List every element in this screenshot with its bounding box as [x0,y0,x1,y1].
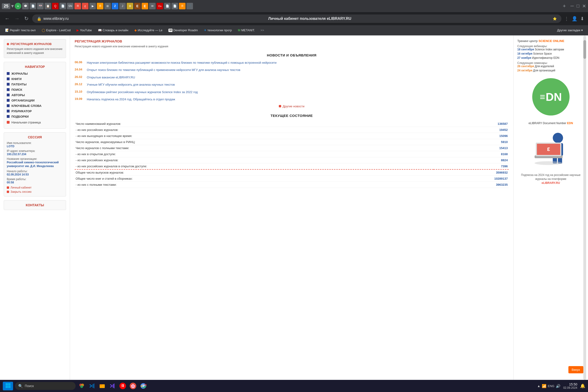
bookmark-youtube[interactable]: ▶ YouTube [74,28,94,33]
news-text-2[interactable]: Открытые вакансии eLIBRARY.RU [87,75,135,80]
close-button[interactable]: ✕ [582,3,586,9]
reload-button[interactable]: ↻ [23,15,30,23]
news-text-3[interactable]: Ученые МГУ обучили нейросеть для анализа… [87,82,175,87]
session-title: СЕССИЯ [7,135,63,139]
nav-organizations[interactable]: ОРГАНИЗАЦИИ [7,98,63,103]
tab-icon-sn[interactable]: SN [67,3,74,9]
tab-icon-8[interactable]: ⊞ [104,3,111,9]
tab-icon-4[interactable]: 🎌 [37,3,44,9]
scrollbar-thumb[interactable] [583,40,586,59]
taskbar-time-display: 15:50 [563,382,577,386]
tab-add-button[interactable]: + [561,3,568,9]
subscription-illustration: ε [528,128,574,170]
tab-icon-12[interactable]: 🎵 [186,3,193,9]
close-session-link[interactable]: Закрыть сессию [7,190,63,194]
nav-authors[interactable]: АВТОРЫ [7,92,63,98]
extensions-button[interactable]: ⋮ [564,16,569,22]
bookmark-dictionary[interactable]: 📖 Словарь и онлайн [96,28,131,33]
tab-icon-outlook[interactable]: Ou [156,3,163,9]
start-button[interactable] [3,382,13,390]
maximize-button[interactable]: □ [576,3,579,9]
taskbar-icon-chrome[interactable] [139,382,148,390]
tab-icon-7[interactable]: ▶ [89,3,96,9]
tab-icon-e2[interactable]: E [134,3,141,9]
tab-icon-9[interactable]: ⚙ [127,3,133,9]
subscription-link[interactable]: eLIBRARY.RU [542,181,560,184]
state-table: Число наименований журналов: 136587 - из… [75,121,509,188]
svg-point-15 [80,385,83,388]
tab-icon-ya3[interactable]: Я [179,3,186,9]
search-icon: 🔍 [18,384,23,388]
tab-icon-q[interactable]: Q [52,3,58,9]
taskbar-icon-explorer[interactable] [98,382,106,390]
bookmark-leetcode[interactable]: ◯ Explore - LeetCod [40,28,73,33]
chrome-icon [140,383,146,389]
tray-arrow[interactable]: ▲ [537,384,540,388]
bookmark-explore[interactable]: ◆ Исследуйте — Le [132,28,165,33]
nav-books[interactable]: КНИГИ [7,76,63,82]
news-text-0[interactable]: Научная электронная библиотека расширяет… [87,60,276,65]
scroll-up-button[interactable]: Вверх [568,366,583,373]
state-value-7: 7396 [434,163,509,170]
tab-icon-mail[interactable]: ✉ [149,3,156,9]
nav-keywords[interactable]: КЛЮЧЕВЫЕ СЛОВА [7,103,63,108]
news-date-1: 24.04 [75,68,84,72]
forward-button[interactable]: → [14,15,20,23]
taskbar-icon-vscode[interactable] [88,382,96,390]
tab-icon-5[interactable]: 📋 [44,3,51,9]
more-news-link[interactable]: Другие новости [75,104,509,108]
taskbar-search[interactable]: 🔍 Поиск [15,382,76,390]
tab-icon-e3[interactable]: E [142,3,148,9]
bookmark-metanit[interactable]: M METANIT. [236,28,257,33]
personal-cabinet-link[interactable]: Личный кабинет [7,186,63,189]
username-value[interactable]: LOTD [7,145,63,148]
minimize-button[interactable]: ─ [570,3,574,9]
nav-square-orgs [7,99,10,102]
page-title-display: Личный кабинет пользователя eLIBRARY.RU [68,16,551,21]
taskbar-icon-yandex[interactable]: Я [118,382,127,390]
nav-rubricator[interactable]: РУБРИКАТОР [7,108,63,114]
tab-icon-2[interactable]: 💬 [22,3,29,9]
bookmark-tech[interactable]: ✈ технологии прогр [202,28,234,33]
tab-dropdown-icon[interactable]: ▾ [11,3,14,9]
bookmarks-more-button[interactable]: >> [259,28,266,32]
nav-journals[interactable]: ЖУРНАЛЫ [7,71,63,76]
news-text-1[interactable]: Открыт поиск близких по тематике публика… [87,68,240,72]
scrollbar[interactable] [583,36,586,380]
other-bookmarks-button[interactable]: Другие закладки ▾ [555,28,585,33]
nav-home[interactable]: Начальная страница [7,119,63,126]
current-state-section: ТЕКУЩЕЕ СОСТОЯНИЕ Число наименований жур… [75,114,509,188]
tab-icon-11[interactable]: 📄 [172,3,178,9]
tab-icon-ya2[interactable]: Я [97,3,103,9]
address-actions: ⋮ 👤 ⬇ [564,16,584,22]
back-button[interactable]: ← [4,15,11,23]
next-seminars-label: Следующие семинары: [517,61,584,65]
tab-icon-10[interactable]: 📄 [164,3,170,9]
edn-link[interactable]: EDN [567,122,573,125]
taskbar-icon-8[interactable]: 🌸 [129,382,137,390]
profile-button[interactable]: 👤 [572,16,578,22]
taskbar-icon-color[interactable] [78,382,86,390]
bookmark-roadmap[interactable]: 🗺 Developer Roadm [166,28,200,33]
address-input[interactable]: 🔒 www.elibrary.ru Личный кабинет пользов… [32,14,562,23]
nav-search[interactable]: ПОИСК [7,87,63,92]
tab-icon-plus[interactable]: + [15,3,21,9]
notification-button[interactable]: 🔔 [580,383,585,388]
tab-counter[interactable]: 25 [2,3,10,9]
tab-icon-6[interactable]: 📄 [60,3,66,9]
tab-icon-j[interactable]: J [119,3,126,9]
bookmark-rewrite[interactable]: 📝 Рерайт текста онл [3,28,38,33]
nav-patents[interactable]: ПАТЕНТЫ [7,82,63,87]
tab-icon-e[interactable]: ε [82,3,88,9]
news-text-4[interactable]: Опубликован рейтинг российских научных ж… [87,90,198,94]
tab-icon-ya[interactable]: Я [74,3,81,9]
download-button[interactable]: ⬇ [580,16,584,22]
science-online-link[interactable]: SCIENCE ONLINE [538,39,564,43]
svg-point-8 [534,161,562,165]
tab-icon-3[interactable]: 📄 [30,3,36,9]
tab-icon-z[interactable]: Z [112,3,118,9]
nav-collections[interactable]: ПОДБОРКИ [7,114,63,119]
taskbar-icon-visual-studio[interactable] [108,382,117,390]
news-text-5[interactable]: Началась подписка на 2024 год. Обращайте… [87,97,175,102]
edn-logo[interactable]: ≡ DN [530,76,572,118]
